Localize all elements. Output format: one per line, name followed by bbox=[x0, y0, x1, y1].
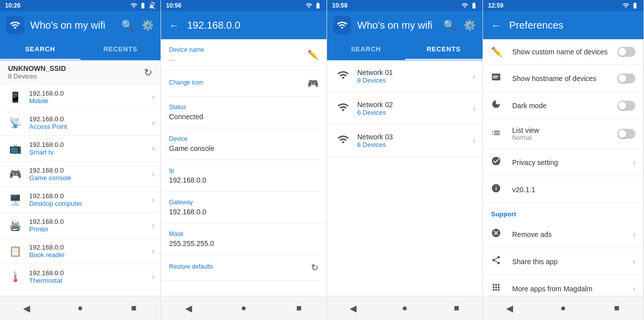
tabs-1: SEARCH RECENTS bbox=[0, 39, 160, 60]
ip-label: Ip bbox=[169, 167, 318, 174]
home-nav-button-4[interactable]: ● bbox=[553, 303, 573, 313]
recents-nav-button-2[interactable]: ■ bbox=[289, 303, 309, 313]
device-name: Printer bbox=[29, 225, 152, 233]
restore-button[interactable]: Restore defaults bbox=[169, 263, 213, 270]
change-icon-section: Change icon 🎮 bbox=[161, 71, 327, 97]
privacy-icon bbox=[491, 156, 508, 169]
dark-mode-icon bbox=[491, 99, 508, 112]
status-icons-2 bbox=[305, 2, 321, 9]
device-list: UNKNOWN_SSID 8 Devices ↻ 📱 192.168.0.0 M… bbox=[0, 60, 160, 296]
network-item-1[interactable]: Network 01 8 Devices › bbox=[327, 60, 482, 93]
ip-section: Ip 192.168.0.0 bbox=[161, 160, 327, 192]
recents-nav-button-4[interactable]: ■ bbox=[607, 303, 627, 313]
chevron-right-icon: › bbox=[152, 118, 154, 127]
list-item[interactable]: 🌡️ 192.168.0.0 Thermostat › bbox=[0, 264, 160, 290]
device-name: Mobile bbox=[29, 97, 152, 105]
version-icon bbox=[491, 183, 508, 196]
list-item[interactable]: 📱 192.168.0.0 Mobile › bbox=[0, 85, 160, 110]
ssid-name: UNKNOWN_SSID bbox=[8, 64, 66, 72]
back-nav-button-2[interactable]: ◀ bbox=[179, 303, 199, 314]
network-devices-1: 8 Devices bbox=[357, 76, 473, 84]
search-icon-1[interactable]: 🔍 bbox=[120, 18, 134, 32]
pref-item-remove-ads[interactable]: Remove ads › bbox=[483, 221, 643, 248]
device-icon-ap: 📡 bbox=[6, 117, 24, 129]
device-ip: 192.168.0.0 bbox=[29, 141, 152, 148]
tab-recents-3[interactable]: RECENTS bbox=[405, 39, 483, 60]
back-nav-button-1[interactable]: ◀ bbox=[17, 303, 37, 314]
restore-icon[interactable]: ↻ bbox=[311, 262, 318, 273]
list-item[interactable]: 📋 192.168.0.0 Book reader › bbox=[0, 238, 160, 264]
chevron-right-icon: › bbox=[152, 93, 154, 102]
ssid-device-count: 8 Devices bbox=[8, 72, 66, 80]
pref-item-more-apps[interactable]: More apps from Magdalm › bbox=[483, 275, 643, 296]
preferences-content: ✏️ Show custom name of devices Show host… bbox=[483, 39, 643, 296]
mask-label: Mask bbox=[169, 230, 318, 237]
edit-pref-icon: ✏️ bbox=[491, 46, 508, 57]
hostname-toggle[interactable] bbox=[617, 73, 635, 84]
edit-icon[interactable]: ✏️ bbox=[307, 49, 318, 60]
dark-mode-toggle[interactable] bbox=[617, 101, 635, 111]
pref-item-list-view[interactable]: List view Normal bbox=[483, 119, 643, 149]
pref-version-label: v20.1.1 bbox=[512, 186, 635, 194]
settings-icon-3[interactable]: ⚙️ bbox=[462, 18, 476, 32]
list-item[interactable]: 🎮 192.168.0.0 Game console › bbox=[0, 162, 160, 187]
app-logo-3 bbox=[333, 16, 351, 34]
pref-item-share[interactable]: Share this app › bbox=[483, 248, 643, 275]
status-bar-4: 12:59 bbox=[483, 0, 643, 11]
chevron-right-icon: › bbox=[473, 72, 475, 81]
list-item[interactable]: 📡 192.168.0.0 Access Point › bbox=[0, 110, 160, 136]
tab-recents-1[interactable]: RECENTS bbox=[80, 39, 161, 60]
device-ip: 192.168.0.0 bbox=[29, 218, 152, 225]
back-button-2[interactable]: ← bbox=[167, 18, 181, 32]
device-name-section: Device name — ✏️ bbox=[161, 39, 327, 71]
top-bar-1: Who's on my wifi 🔍 ⚙️ bbox=[0, 11, 160, 39]
search-icon-3[interactable]: 🔍 bbox=[442, 18, 456, 32]
pref-hostname-label: Show hostname of devices bbox=[512, 74, 617, 83]
custom-name-toggle[interactable] bbox=[617, 47, 635, 57]
chevron-right-share: › bbox=[633, 257, 635, 266]
back-button-4[interactable]: ← bbox=[489, 18, 503, 32]
pref-more-apps-label: More apps from Magdalm bbox=[512, 285, 633, 293]
status-icons-3 bbox=[461, 2, 477, 9]
home-nav-button-1[interactable]: ● bbox=[70, 303, 90, 313]
tab-search-1[interactable]: SEARCH bbox=[0, 39, 80, 60]
pref-list-view-label: List view bbox=[512, 126, 617, 134]
pref-item-dark-mode[interactable]: Dark mode bbox=[483, 92, 643, 119]
device-type-label: Device bbox=[169, 135, 318, 142]
recents-nav-button-3[interactable]: ■ bbox=[447, 303, 467, 313]
device-name: Access Point bbox=[29, 123, 152, 130]
settings-icon-1[interactable]: ⚙️ bbox=[140, 18, 154, 32]
remove-ads-icon bbox=[491, 228, 508, 241]
recents-nav-button-1[interactable]: ■ bbox=[124, 303, 144, 313]
back-nav-button-3[interactable]: ◀ bbox=[343, 303, 363, 314]
chevron-right-icon: › bbox=[152, 272, 154, 281]
home-nav-button-3[interactable]: ● bbox=[395, 303, 415, 313]
list-item[interactable]: 🖥️ 192.168.0.0 Desktop computer › bbox=[0, 187, 160, 213]
pref-privacy-label: Privacy setting bbox=[512, 158, 633, 167]
network-item-2[interactable]: Network 02 6 Devices › bbox=[327, 93, 482, 125]
change-icon-button[interactable]: 🎮 bbox=[307, 78, 318, 89]
pref-item-privacy[interactable]: Privacy setting › bbox=[483, 149, 643, 176]
ssid-header: UNKNOWN_SSID 8 Devices ↻ bbox=[0, 60, 160, 85]
chevron-right-icon: › bbox=[152, 195, 154, 204]
status-label: Status bbox=[169, 104, 318, 111]
bottom-nav-2: ◀ ● ■ bbox=[161, 296, 327, 320]
tab-search-3[interactable]: SEARCH bbox=[327, 39, 405, 60]
refresh-button[interactable]: ↻ bbox=[144, 66, 152, 78]
pref-item-custom-name[interactable]: ✏️ Show custom name of devices bbox=[483, 39, 643, 65]
device-icon-game: 🎮 bbox=[6, 168, 24, 180]
back-nav-button-4[interactable]: ◀ bbox=[500, 303, 520, 314]
share-icon bbox=[491, 255, 508, 268]
list-item[interactable]: 📺 192.168.0.0 Smart tv › bbox=[0, 136, 160, 162]
mask-section: Mask 255.255.255.0 bbox=[161, 223, 327, 255]
app-logo-1 bbox=[6, 16, 24, 34]
network-item-3[interactable]: Network 03 6 Devices › bbox=[327, 125, 482, 157]
ip-value: 192.168.0.0 bbox=[169, 176, 318, 184]
list-view-toggle[interactable] bbox=[617, 129, 635, 139]
list-item[interactable]: 🖨️ 192.168.0.0 Printer › bbox=[0, 213, 160, 238]
status-time-4: 12:59 bbox=[488, 2, 504, 9]
network-name-3: Network 03 bbox=[357, 133, 473, 141]
pref-item-hostname[interactable]: Show hostname of devices bbox=[483, 65, 643, 92]
home-nav-button-2[interactable]: ● bbox=[233, 303, 254, 313]
panel-network-list: 10:58 Who's on my wifi 🔍 ⚙️ SEARCH RECEN… bbox=[327, 0, 483, 320]
